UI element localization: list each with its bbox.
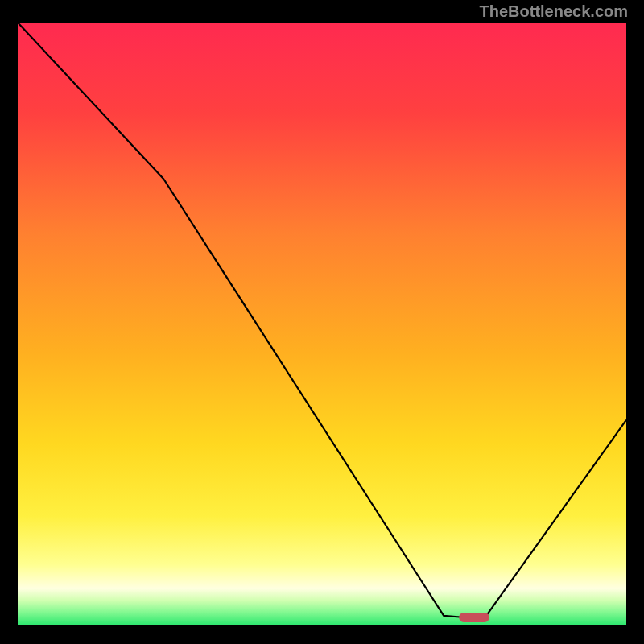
optimal-marker [459, 613, 489, 622]
watermark: TheBottleneck.com [480, 2, 628, 21]
bottleneck-chart [0, 0, 644, 644]
gradient-background [18, 23, 626, 625]
chart-container: TheBottleneck.com [0, 0, 644, 644]
